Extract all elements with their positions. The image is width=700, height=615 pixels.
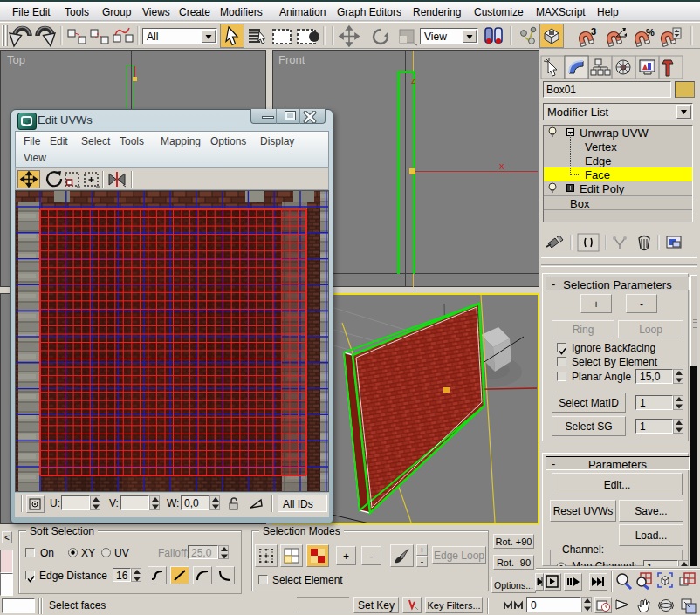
svg-text:%: % bbox=[646, 27, 655, 38]
svg-text:3: 3 bbox=[591, 26, 596, 37]
